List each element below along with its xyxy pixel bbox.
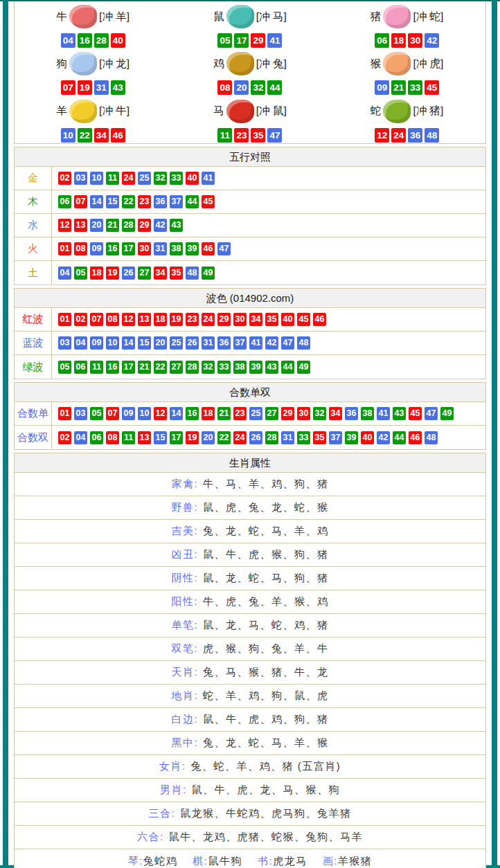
- number-ball-28: 28: [186, 361, 199, 374]
- number-ball-16: 16: [186, 407, 199, 420]
- number-ball-30: 30: [233, 313, 247, 326]
- horse-icon: [226, 100, 254, 123]
- number-ball-49: 49: [440, 407, 454, 420]
- number-ball-18: 18: [90, 266, 103, 280]
- number-ball-37: 37: [170, 195, 183, 208]
- number-ball-38: 38: [233, 361, 247, 374]
- quad-group-琴: 琴:兔蛇鸡: [128, 855, 178, 868]
- number-ball-09: 09: [90, 242, 103, 255]
- number-ball-05: 05: [74, 266, 87, 280]
- number-ball-34: 34: [154, 266, 167, 280]
- section-title-wave-color: 波色 (014902.com): [15, 289, 485, 308]
- number-ball-39: 39: [345, 431, 358, 444]
- attribute-value: 蛇、羊、鸡、狗、鼠、虎: [203, 689, 329, 703]
- attribute-row-阴性: 阴性:鼠、龙、蛇、马、狗、猪: [15, 567, 485, 590]
- attribute-row-家禽: 家禽:牛、马、羊、鸡、狗、猪: [15, 473, 485, 496]
- number-ball-21: 21: [217, 407, 231, 420]
- number-ball-25: 25: [170, 336, 183, 350]
- quad-label: 琴:: [128, 855, 143, 867]
- zodiac-name: 牛: [57, 10, 68, 24]
- snake-icon: [383, 100, 411, 123]
- attribute-row-女肖: 女肖:兔、蛇、羊、鸡、猪 (五宫肖): [15, 755, 485, 779]
- number-ball-32: 32: [313, 407, 326, 420]
- table-row-水: 水1213202128294243: [15, 214, 485, 237]
- number-ball-26: 26: [249, 431, 262, 444]
- attribute-label: 女肖:: [159, 760, 186, 773]
- number-ball-05: 05: [58, 361, 71, 374]
- rat-icon: [226, 5, 254, 28]
- number-ball-09: 09: [375, 80, 389, 95]
- number-ball-03: 03: [74, 172, 87, 185]
- number-ball-45: 45: [425, 80, 439, 95]
- number-ball-49: 49: [202, 266, 215, 280]
- number-ball-33: 33: [170, 172, 183, 185]
- row-label: 土: [15, 261, 52, 284]
- number-ball-21: 21: [391, 80, 406, 95]
- number-ball-03: 03: [58, 336, 71, 350]
- number-ball-08: 08: [106, 313, 119, 326]
- zodiac-numbers: 12243648: [374, 128, 440, 143]
- number-ball-46: 46: [202, 242, 215, 255]
- number-ball-07: 07: [106, 407, 119, 420]
- number-ball-12: 12: [375, 128, 389, 143]
- attribute-value: 兔、马、猴、猪、牛、龙: [203, 666, 329, 679]
- number-ball-08: 08: [106, 431, 119, 444]
- goat-icon: [69, 100, 97, 123]
- number-ball-21: 21: [138, 361, 151, 374]
- row-numbers: 06071415222336374445: [52, 190, 216, 213]
- number-ball-06: 06: [375, 33, 389, 48]
- quad-group-画: 画:羊猴猪: [323, 855, 373, 868]
- number-ball-04: 04: [58, 266, 71, 280]
- number-ball-12: 12: [154, 407, 167, 420]
- section-title-digit-sum: 合数单双: [15, 383, 485, 402]
- zodiac-cell-鼠: 鼠[冲 马]05172941: [172, 1, 329, 48]
- number-ball-31: 31: [154, 242, 167, 255]
- number-ball-35: 35: [251, 128, 265, 143]
- number-ball-33: 33: [217, 361, 231, 374]
- number-ball-24: 24: [202, 313, 215, 326]
- number-ball-12: 12: [58, 219, 71, 232]
- number-ball-46: 46: [313, 313, 326, 326]
- number-ball-49: 49: [297, 361, 310, 374]
- zodiac-name: 猪: [370, 10, 382, 24]
- attribute-value: 鼠、龙、马、蛇、鸡、猪: [203, 619, 329, 632]
- attribute-value: 兔、蛇、羊、鸡、猪 (五宫肖): [191, 760, 341, 773]
- number-ball-39: 39: [186, 242, 199, 255]
- attribute-label: 天肖:: [171, 666, 198, 679]
- number-ball-48: 48: [186, 266, 199, 280]
- number-ball-16: 16: [78, 33, 92, 48]
- number-ball-05: 05: [217, 33, 232, 48]
- page-frame-left: [3, 0, 8, 868]
- table-row-红波: 红波0102070812131819232429303435404546: [15, 308, 485, 332]
- number-ball-30: 30: [138, 242, 151, 255]
- attribute-label: 阳性:: [171, 595, 198, 608]
- row-label: 火: [15, 237, 52, 260]
- number-ball-23: 23: [233, 407, 247, 420]
- number-ball-07: 07: [61, 80, 75, 95]
- number-ball-23: 23: [138, 195, 151, 208]
- zodiac-name: 鸡: [213, 57, 224, 71]
- number-ball-10: 10: [90, 172, 103, 185]
- number-ball-40: 40: [281, 313, 294, 326]
- number-ball-23: 23: [234, 128, 249, 143]
- number-ball-44: 44: [186, 195, 199, 208]
- quad-label: 书:: [258, 855, 273, 867]
- number-ball-05: 05: [90, 407, 103, 420]
- table-row-蓝波: 蓝波03040910141520252631363741424748: [15, 332, 485, 355]
- zodiac-clash-label: [冲 龙]: [99, 57, 130, 71]
- number-ball-42: 42: [265, 336, 278, 350]
- number-ball-25: 25: [249, 407, 262, 420]
- number-ball-19: 19: [186, 431, 199, 444]
- number-ball-04: 04: [74, 431, 87, 444]
- zodiac-numbers: 05172941: [217, 33, 283, 48]
- number-ball-42: 42: [154, 219, 167, 232]
- number-ball-04: 04: [74, 336, 87, 350]
- five-elements-table: 五行对照 金02031011242532334041木0607141522233…: [14, 147, 486, 285]
- number-ball-17: 17: [234, 33, 249, 48]
- number-ball-06: 06: [90, 431, 103, 444]
- number-ball-41: 41: [377, 407, 390, 420]
- number-ball-02: 02: [58, 172, 71, 185]
- number-ball-02: 02: [58, 431, 71, 444]
- attribute-value: 兔、龙、蛇、马、羊、猴: [203, 736, 329, 750]
- attribute-row-吉美: 吉美:兔、龙、蛇、马、羊、鸡: [15, 520, 485, 543]
